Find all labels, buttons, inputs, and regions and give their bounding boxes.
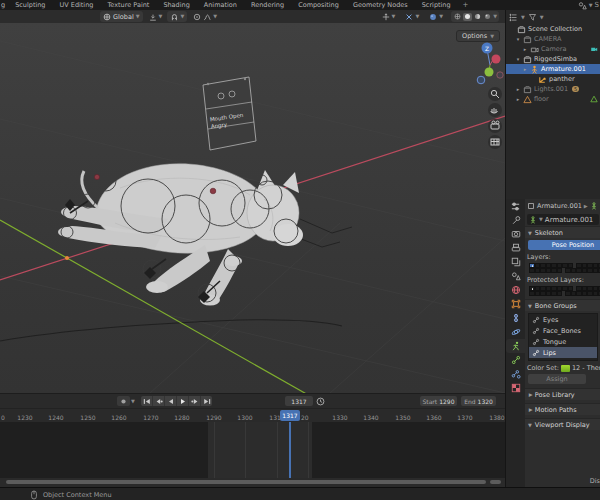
options-button[interactable]: Options ▼ (456, 30, 500, 42)
workspace-tab-geometry-nodes[interactable]: Geometry Nodes (346, 0, 415, 10)
expand-arrow[interactable]: ▸ (522, 46, 528, 52)
zoom-button[interactable] (488, 87, 502, 101)
show-gizmo-selector[interactable]: ▼ (380, 11, 398, 22)
shading-rendered-button[interactable] (483, 13, 492, 21)
panel-skeleton-header[interactable]: ▼ Skeleton (525, 226, 600, 238)
workspace-tab-texture-paint[interactable]: Texture Paint (100, 0, 156, 10)
expand-arrow[interactable]: ▸ (522, 66, 528, 72)
workspace-tab-sculpting[interactable]: Sculpting (8, 0, 52, 10)
gizmo-neg-x-axis[interactable] (497, 72, 503, 78)
outliner-row-scene-collection[interactable]: Scene Collection (506, 24, 600, 34)
keying-set-dropdown[interactable]: ▼ (131, 399, 135, 404)
outliner-row-lights[interactable]: ▸ Lights.001 5 (506, 84, 600, 94)
outliner-row-panther[interactable]: panther (506, 74, 600, 84)
bone-group-face-bones[interactable]: Face_Bones (529, 325, 597, 336)
bone-group-tongue[interactable]: Tongue (529, 336, 597, 347)
display-mode-icon[interactable] (509, 13, 518, 22)
pan-hand-button[interactable] (488, 103, 502, 117)
gizmo-y-axis[interactable] (485, 68, 494, 77)
jump-to-end-button[interactable] (201, 396, 212, 406)
camera-view-button[interactable] (488, 119, 502, 133)
panel-bone-groups-header[interactable]: ▼ Bone Groups (525, 299, 600, 311)
shading-material-button[interactable] (473, 13, 482, 21)
previous-keyframe-button[interactable] (153, 396, 165, 406)
tab-render[interactable] (506, 227, 525, 241)
clock-icon[interactable] (316, 397, 325, 406)
jump-to-start-button[interactable] (141, 396, 153, 406)
show-overlays-selector[interactable]: ▼ (403, 11, 421, 22)
panel-pose-library-header[interactable]: ▼ Pose Library (525, 388, 600, 400)
auto-keying-button[interactable] (117, 396, 130, 406)
shading-solid-button[interactable] (463, 13, 472, 21)
next-keyframe-button[interactable] (189, 396, 201, 406)
tab-physics[interactable] (506, 325, 525, 339)
workspace-tab-compositing[interactable]: Compositing (291, 0, 346, 10)
pose-position-button[interactable]: Pose Position (528, 240, 600, 250)
bone-group-lips[interactable]: Lips (529, 347, 597, 358)
timeline-scrollbar-handle[interactable] (490, 480, 501, 484)
tab-object[interactable] (506, 297, 525, 311)
timeline-ruler[interactable]: 0 1230 1240 1250 1260 1270 1280 1290 130… (0, 408, 505, 422)
color-set-swatch[interactable] (561, 365, 570, 372)
expand-arrow[interactable]: ▸ (515, 86, 521, 92)
xray-toggle[interactable]: ▼ (427, 11, 445, 22)
tab-world[interactable] (506, 283, 525, 297)
scene-selector[interactable]: ▼ S (578, 0, 599, 10)
perspective-toggle-button[interactable] (488, 135, 502, 149)
shading-wireframe-button[interactable] (453, 13, 462, 21)
panel-viewport-display-header[interactable]: ▼ Viewport Display (525, 418, 600, 430)
assign-button[interactable]: Assign (528, 374, 586, 384)
filter-icon[interactable] (528, 13, 537, 22)
tab-bone[interactable] (506, 353, 525, 367)
tab-output[interactable] (506, 241, 525, 255)
add-workspace-button[interactable]: + (458, 1, 474, 9)
workspace-tab-partial[interactable]: g (0, 1, 8, 9)
workspace-tab-scripting[interactable]: Scripting (415, 0, 458, 10)
tab-bone-constraint[interactable] (506, 367, 525, 381)
gizmo-neg-z-axis[interactable] (477, 76, 485, 84)
tab-tool[interactable] (506, 213, 525, 227)
gizmo-x-axis[interactable] (492, 55, 501, 64)
armature-layers-grid[interactable] (529, 263, 600, 273)
editor-type-button[interactable] (506, 199, 525, 213)
outliner-row-armature[interactable]: ▸ Armature.001 (506, 64, 600, 74)
viewport-3d[interactable]: Mouth Open Angry (0, 23, 505, 393)
snapping-toggle[interactable]: ▼ (167, 11, 187, 22)
workspace-tab-rendering[interactable]: Rendering (244, 0, 291, 10)
navigation-gizmo[interactable]: Z (477, 43, 503, 84)
tab-object-data[interactable] (506, 339, 525, 353)
proportional-editing-toggle[interactable]: ▼ (191, 11, 219, 22)
tab-texture[interactable] (506, 381, 525, 395)
protected-layers-grid[interactable] (529, 286, 600, 296)
color-set-value[interactable]: 12 - Theme (572, 364, 600, 372)
transform-orientation-selector[interactable]: Global ▼ (100, 11, 143, 22)
timeline-tracks[interactable] (0, 422, 505, 478)
snap-target-button[interactable]: ▼ (147, 11, 165, 22)
armature-name-field[interactable]: ▼ Armature.001 (527, 214, 599, 225)
play-button[interactable] (177, 396, 189, 406)
play-reverse-button[interactable] (165, 396, 177, 406)
expand-arrow[interactable]: ▾ (515, 36, 521, 42)
current-frame-indicator[interactable]: 1317 (280, 410, 300, 421)
tab-view-layer[interactable] (506, 255, 525, 269)
timeline-scrollbar[interactable] (6, 480, 486, 484)
workspace-tab-shading[interactable]: Shading (156, 0, 196, 10)
panel-motion-paths-header[interactable]: ▼ Motion Paths (525, 403, 600, 415)
outliner-row-floor[interactable]: ▸ floor (506, 94, 600, 104)
expand-arrow[interactable]: ▾ (515, 56, 521, 62)
frame-end-field[interactable]: End 1320 (461, 396, 496, 406)
outliner-row-camera-collection[interactable]: ▾ CAMERA (506, 34, 600, 44)
bone-group-eyes[interactable]: Eyes (529, 314, 597, 325)
tab-scene[interactable] (506, 269, 525, 283)
frame-start-field[interactable]: Start 1290 (420, 396, 457, 406)
expand-arrow[interactable]: ▸ (515, 96, 521, 102)
current-frame-field[interactable]: 1317 (285, 396, 313, 406)
panther-model[interactable] (58, 164, 303, 306)
outliner-row-camera[interactable]: ▸ Camera (506, 44, 600, 54)
breadcrumb-object-name[interactable]: Armature.001 (537, 202, 582, 210)
workspace-tab-uv-editing[interactable]: UV Editing (53, 0, 101, 10)
outliner-row-riggedsimba[interactable]: ▾ RiggedSimba (506, 54, 600, 64)
playhead[interactable] (289, 422, 291, 478)
tab-constraints[interactable] (506, 311, 525, 325)
workspace-tab-animation[interactable]: Animation (197, 0, 244, 10)
